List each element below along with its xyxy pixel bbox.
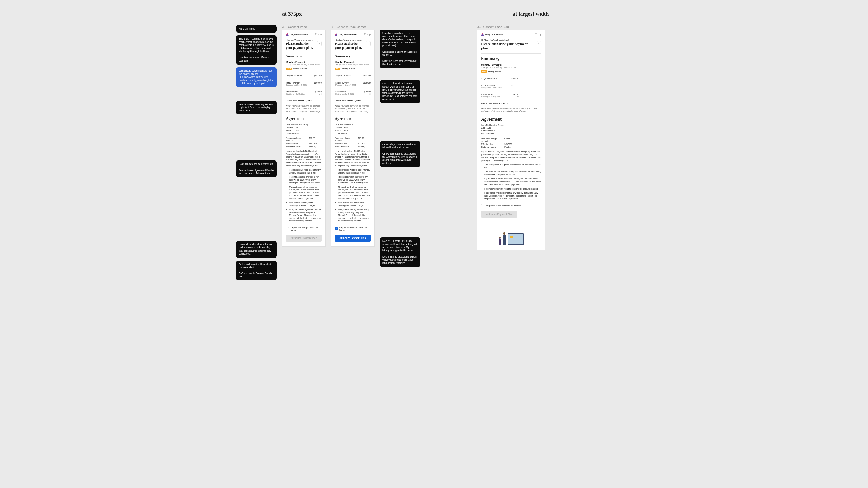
share-icon: ⇪ [538,42,540,45]
agree-checkbox[interactable] [286,227,289,230]
merchant-brand: Lady Bird Medical [335,33,357,35]
kv-cycle: Statement cycle:Monthly [335,145,371,148]
language-toggle[interactable]: Esp [315,33,322,35]
agree-checkbox[interactable] [481,204,485,207]
share-icon: ⇪ [367,42,369,45]
anno-agreement-width: On Mobile, Agreement section is full wid… [380,141,421,167]
row-initial-payment: Initial Payment Charged on Sept 2, 2021 … [481,84,519,89]
consent-screen-largest: Lady Bird Medical Esp Hi Alice, You're a… [477,30,545,250]
consent-screen-375-checked: Lady Bird Medical Esp Hi Alice, You're a… [331,30,374,247]
agreement-intro: I agree to allow Lady Bird Medical Group… [481,151,541,162]
charge-note: Note: Your card will never be charged fo… [481,107,541,113]
kv-recurring: Recurring charge amount:$70.80 [286,137,322,142]
share-icon: ⇪ [318,42,320,45]
payment-card-chip: VISA ending in 4321 [335,67,356,70]
payment-card-chip: VISA ending in 4321 [286,67,307,70]
agreement-bullets: The charges will take place monthly unti… [485,163,541,200]
kv-cycle: Statement cycle:Monthly [286,145,322,148]
language-toggle[interactable]: Esp [364,33,371,35]
merchant-logo-icon [481,33,484,35]
charge-note: Note: Your card will never be charged fo… [335,105,371,112]
anno-summary-logic: See section on Summary Display Logic for… [236,101,277,115]
merchant-name: Lady Bird Medical [339,33,357,35]
share-button[interactable]: ⇪ [366,41,371,46]
summary-heading: Summary [335,54,371,59]
anno-checkbox-visibility: Do not show checkbox or button until Agr… [236,241,277,258]
charge-note: Note: Your card will never be charged fo… [286,105,322,112]
anno-button-width: Mobile: Full width until 480px screen wi… [380,237,421,267]
agree-checkbox-label: I agree to these payment plan terms. [290,226,322,231]
agreement-intro: I agree to allow Lady Bird Medical Group… [286,150,322,167]
greeting-text: Hi Alice, You're almost done! [335,39,371,41]
kv-recurring: Recurring charge amount:$70.80 [335,137,371,142]
card-last4: ending in 4321 [293,67,307,70]
breakpoint-label-375: at 375px [282,11,380,17]
agree-checkbox-label: I agree to these payment plan terms. [486,204,521,207]
merchant-brand: Lady Bird Medical [481,33,503,35]
page-title: Please authorize your payment plan. [335,42,364,50]
card-brand-badge: VISA [286,67,291,70]
monthly-payments-label: Monthly Payments [481,63,519,66]
anno-button-disabled: Button is disabled until checked box is … [236,261,277,280]
agreement-heading: Agreement [286,117,322,121]
row-installments: Installments Starting on Oct 2, 2021 -$7… [286,91,322,95]
agreement-bullets: The charges will take place monthly unti… [289,169,322,223]
annotation-column-middle: Use share icon if user is on mobile/tabl… [380,25,421,269]
kv-effective: Effective date:9/2/2021 [286,142,322,145]
language-toggle[interactable]: Esp [535,33,541,35]
authorize-button[interactable]: Authorize Payment Plan [335,234,371,241]
authorize-button[interactable]: Authorize Payment Plan [481,210,517,218]
anno-merchant-name: Merchant Name [236,25,277,33]
monthly-payments-sub: Charged on the 2ⁿᵈ day of each month [286,63,322,66]
summary-heading: Summary [286,54,322,59]
page-title: Please authorize your payment plan. [481,42,534,51]
agreement-heading: Agreement [335,117,371,121]
row-original-balance: Original Balance $524.80 [335,74,371,77]
merchant-logo-icon [286,33,289,35]
frame-label-31: 3.1_Consent Page_agreed [331,25,374,29]
merchant-address: Lady Bird Medical Group Address Line 1 A… [286,123,322,135]
kv-effective: Effective date:9/2/2021 [481,143,541,145]
greeting-text: Hi Alice, You're almost done! [286,39,322,41]
monthly-payments-sub: Charged on the 2ⁿᵈ day of each month [335,63,371,66]
row-original-balance: Original Balance $524.80 [481,77,519,80]
card-last4: ending in 4321 [341,67,356,70]
anno-table-width: Mobile: Full width until 440px screen wi… [380,80,421,103]
monthly-payments-label: Monthly Payments [286,61,322,63]
payment-card-chip: VISA ending in 4321 [481,70,502,73]
kv-effective: Effective date:9/2/2021 [335,142,371,145]
agree-checkbox-label: I agree to these payment plan terms. [339,226,371,231]
card-brand-badge: VISA [481,70,487,73]
share-button[interactable]: ⇪ [536,41,541,46]
kv-recurring: Recurring charge amount:$70.80 [481,137,541,142]
anno-a11y: Let's ensure screen readers read this he… [236,67,277,87]
monthly-payments-sub: Charged on the 2ⁿᵈ day of each month [481,66,519,69]
illustration [481,223,541,245]
agreement-bullets: The charges will take place monthly unti… [338,169,371,223]
row-initial-payment: Initial Payment Charged on Sept 2, 2021 … [286,82,322,86]
merchant-logo-icon [335,33,337,35]
monthly-payments-label: Monthly Payments [335,61,371,63]
anno-agreement-translate: Don't translate the agreement text See s… [236,161,277,177]
card-last4: ending in 4321 [488,70,502,73]
merchant-address: Lady Bird Medical Group Address Line 1 A… [335,123,371,135]
payoff-date: Payoff date: March 2, 2022 [335,99,371,102]
authorize-button[interactable]: Authorize Payment Plan [286,234,322,241]
consent-screen-375-unchecked: Lady Bird Medical Esp Hi Alice, You're a… [282,30,326,247]
agree-checkbox[interactable]: ✓ [335,227,338,230]
globe-icon [315,33,317,35]
globe-icon [535,33,537,35]
anno-share-icon: Use share icon if user is on mobile/tabl… [380,30,421,68]
agreement-intro: I agree to allow Lady Bird Medical Group… [335,150,371,167]
row-installments: Installments Starting on Oct 2, 2021 -$7… [481,93,519,98]
merchant-address: Lady Bird Medical Group Address Line 1 A… [481,124,541,135]
frame-label-638: 3.0_Consent Page_638 [477,25,545,29]
anno-first-name: This is the first name of whichever char… [236,35,277,65]
share-button[interactable]: ⇪ [317,41,322,46]
merchant-name: Lady Bird Medical [290,33,308,35]
kv-cycle: Statement cycle:Monthly [481,146,541,148]
globe-icon [364,33,366,35]
agreement-heading: Agreement [481,117,541,122]
merchant-name: Lady Bird Medical [485,33,503,35]
breakpoint-label-largest: at largest width [513,11,549,17]
